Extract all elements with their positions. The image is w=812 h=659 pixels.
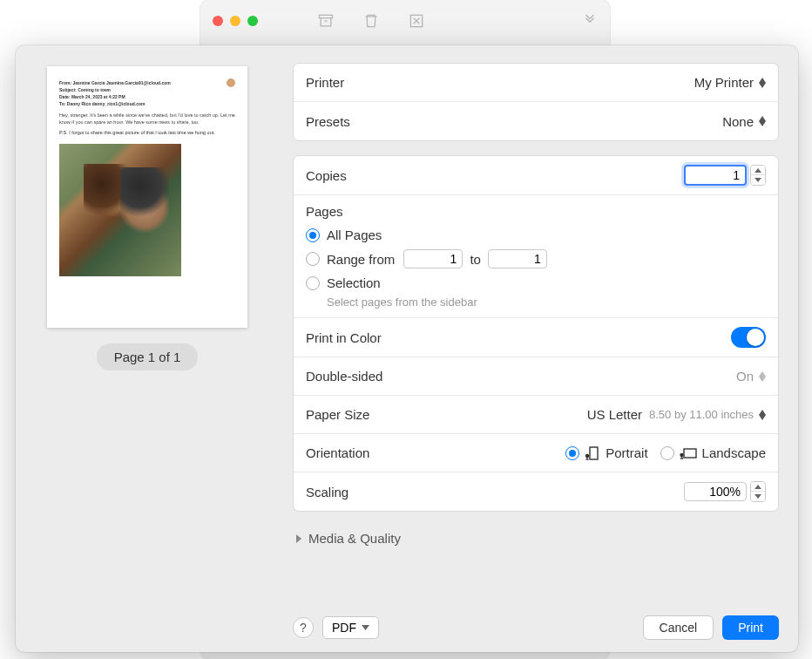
copies-step-up[interactable] <box>751 166 765 175</box>
background-titlebar <box>200 0 610 42</box>
preview-pane: From: Jasmine Garcia Jasmine.Garcia91@ic… <box>16 45 279 652</box>
scaling-label: Scaling <box>306 485 348 499</box>
duplex-row[interactable]: Double-sided On <box>294 357 778 396</box>
zoom-dot[interactable] <box>247 16 258 26</box>
options-group: Copies Pages All Pages <box>293 155 779 512</box>
more-icon <box>582 12 598 31</box>
pdf-button[interactable]: PDF <box>322 616 379 639</box>
media-quality-label: Media & Quality <box>308 531 401 546</box>
presets-row[interactable]: Presets None <box>294 102 778 140</box>
portrait-icon <box>585 446 600 460</box>
scaling-input[interactable] <box>684 482 747 501</box>
to-label: To: <box>59 101 65 106</box>
date-value: March 24, 2023 at 4:22 PM <box>71 94 125 99</box>
duplex-label: Double-sided <box>306 369 382 384</box>
copies-input[interactable] <box>684 165 747 186</box>
pages-label: Pages <box>306 204 766 219</box>
presets-value: None <box>722 114 754 129</box>
date-label: Date: <box>59 94 71 99</box>
range-prefix: Range from <box>327 252 395 267</box>
radio-landscape[interactable] <box>660 446 674 460</box>
radio-portrait[interactable] <box>565 446 579 460</box>
pages-all-row[interactable]: All Pages <box>306 224 766 246</box>
junk-icon <box>408 12 425 30</box>
range-from-input[interactable] <box>403 249 463 268</box>
range-to-input[interactable] <box>488 249 547 268</box>
printer-row[interactable]: Printer My Printer <box>294 64 778 102</box>
selection-label: Selection <box>327 275 381 290</box>
pages-all-label: All Pages <box>327 228 382 242</box>
selection-hint: Select pages from the sidebar <box>327 296 766 309</box>
subject-value: Coming to town <box>78 87 111 92</box>
orientation-row: Orientation Portrait Landscape <box>294 434 778 472</box>
dialog-footer: ? PDF Cancel Print <box>293 603 779 640</box>
color-row: Print in Color <box>294 318 778 357</box>
scaling-step-down[interactable] <box>751 492 765 501</box>
minimize-dot[interactable] <box>230 16 240 26</box>
paper-label: Paper Size <box>306 407 369 422</box>
scaling-step-up[interactable] <box>751 482 765 492</box>
chevron-updown-icon <box>759 116 766 126</box>
embedded-photo <box>59 144 181 276</box>
duplex-value: On <box>736 369 754 384</box>
printer-group: Printer My Printer Presets None <box>293 63 779 141</box>
portrait-label: Portrait <box>606 445 647 460</box>
toolbar-icons <box>317 12 425 30</box>
svg-rect-0 <box>320 15 333 17</box>
body-text-1: Hey, stranger. It's been a while since w… <box>59 112 235 126</box>
to-value: Danny Rico danny_rico1@icloud.com <box>67 101 145 106</box>
radio-range[interactable] <box>306 252 320 266</box>
copies-stepper <box>684 165 766 186</box>
orientation-label: Orientation <box>306 445 369 460</box>
help-button[interactable]: ? <box>293 617 314 638</box>
printer-label: Printer <box>306 75 344 90</box>
chevron-right-icon <box>294 534 303 543</box>
radio-all-pages[interactable] <box>306 228 320 242</box>
page-indicator: Page 1 of 1 <box>97 343 199 370</box>
presets-label: Presets <box>306 114 350 129</box>
color-toggle[interactable] <box>731 327 766 348</box>
pdf-label: PDF <box>332 621 356 635</box>
paper-value: US Letter <box>587 407 642 422</box>
media-quality-disclosure[interactable]: Media & Quality <box>293 526 779 549</box>
copies-step-down[interactable] <box>751 175 765 185</box>
from-label: From: <box>59 80 71 85</box>
chevron-updown-icon <box>759 371 766 382</box>
paper-dims: 8.50 by 11.00 inches <box>649 408 754 421</box>
svg-rect-4 <box>684 449 696 458</box>
pages-selection-row[interactable]: Selection <box>306 272 766 294</box>
orientation-portrait-option[interactable]: Portrait <box>565 445 647 460</box>
copies-label: Copies <box>306 168 347 183</box>
page-thumbnail[interactable]: From: Jasmine Garcia Jasmine.Garcia91@ic… <box>47 66 247 328</box>
paper-row[interactable]: Paper Size US Letter 8.50 by 11.00 inche… <box>294 396 778 434</box>
body-text-2: P.S. I forgot to share this great pictur… <box>59 130 235 137</box>
orientation-landscape-option[interactable]: Landscape <box>660 445 766 460</box>
print-dialog: From: Jasmine Garcia Jasmine.Garcia91@ic… <box>16 45 798 652</box>
archive-icon <box>317 12 335 30</box>
pages-block: Pages All Pages Range from to Se <box>294 195 778 318</box>
settings-pane: Printer My Printer Presets None Copies <box>279 45 798 652</box>
radio-selection[interactable] <box>306 276 320 290</box>
avatar <box>227 78 235 87</box>
trash-icon <box>362 12 380 30</box>
copies-row: Copies <box>294 156 778 195</box>
chevron-updown-icon <box>759 78 766 88</box>
traffic-lights <box>213 16 258 26</box>
landscape-label: Landscape <box>702 445 766 460</box>
svg-rect-2 <box>590 447 598 459</box>
printer-value: My Printer <box>694 75 754 90</box>
scaling-row: Scaling <box>294 472 778 511</box>
print-button[interactable]: Print <box>722 615 779 640</box>
cancel-button[interactable]: Cancel <box>643 615 714 640</box>
from-value: Jasmine Garcia Jasmine.Garcia91@icloud.c… <box>73 80 171 85</box>
chevron-down-icon <box>362 625 369 630</box>
subject-label: Subject: <box>59 87 77 92</box>
close-dot[interactable] <box>213 16 223 26</box>
color-label: Print in Color <box>306 330 382 345</box>
chevron-updown-icon <box>759 410 766 420</box>
landscape-icon <box>680 446 697 460</box>
range-to-label: to <box>470 252 481 267</box>
pages-range-row[interactable]: Range from to <box>306 246 766 272</box>
